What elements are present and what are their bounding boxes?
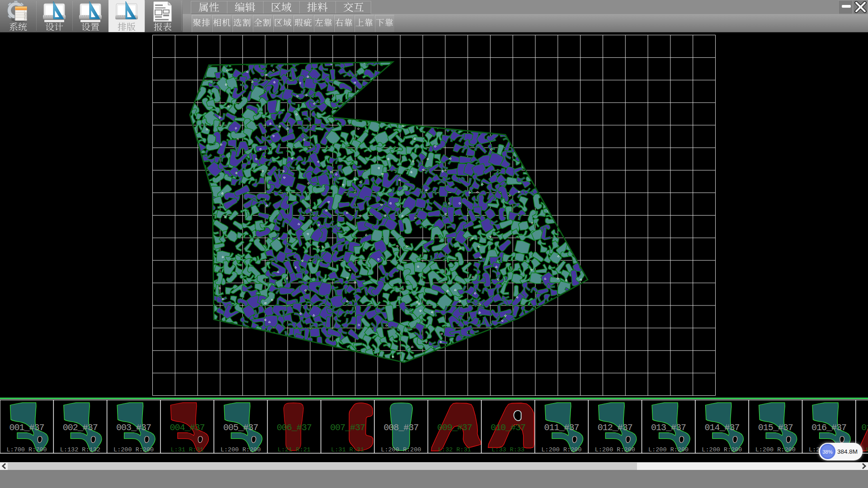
svg-text:L:200 R:200: L:200 R:200 [381, 446, 421, 453]
svg-text:017_#37: 017_#37 [861, 422, 868, 433]
svg-text:L:700 R:700: L:700 R:700 [6, 446, 47, 453]
svg-text:003_#37: 003_#37 [116, 422, 151, 433]
svg-text:013_#37: 013_#37 [651, 422, 686, 433]
svg-text:L:200 R:200: L:200 R:200 [113, 446, 154, 453]
svg-text:007_#37: 007_#37 [330, 422, 365, 433]
svg-text:L:200 R:200: L:200 R:200 [541, 446, 581, 453]
svg-text:L:200 R:200: L:200 R:200 [595, 446, 635, 453]
svg-text:006_#37: 006_#37 [277, 422, 311, 433]
svg-text:L:21 R:21: L:21 R:21 [278, 446, 311, 453]
svg-text:012_#37: 012_#37 [598, 422, 632, 433]
svg-text:L:31 R:31: L:31 R:31 [331, 446, 364, 453]
svg-text:011_#37: 011_#37 [544, 422, 579, 433]
svg-text:002_#37: 002_#37 [63, 422, 98, 433]
svg-text:005_#37: 005_#37 [223, 422, 258, 433]
svg-text:010_#37: 010_#37 [491, 422, 525, 433]
svg-text:008_#37: 008_#37 [384, 422, 419, 433]
svg-text:016_#37: 016_#37 [811, 422, 846, 433]
svg-text:001_#37: 001_#37 [9, 422, 44, 433]
svg-text:014_#37: 014_#37 [704, 422, 739, 433]
svg-text:L:33 R:33: L:33 R:33 [866, 446, 868, 453]
svg-text:L:200 R:200: L:200 R:200 [702, 446, 742, 453]
svg-text:015_#37: 015_#37 [758, 422, 793, 433]
svg-text:L:200 R:200: L:200 R:200 [221, 446, 261, 453]
svg-text:L:200 R:200: L:200 R:200 [755, 446, 796, 453]
svg-text:004_#37: 004_#37 [170, 422, 204, 433]
svg-text:009_#37: 009_#37 [437, 422, 472, 433]
svg-text:L:32 R:31: L:32 R:31 [438, 446, 471, 453]
svg-text:L:200 R:200: L:200 R:200 [648, 446, 689, 453]
svg-text:L:33 R:33: L:33 R:33 [491, 446, 524, 453]
svg-text:L:31 R:31: L:31 R:31 [170, 446, 203, 453]
svg-text:L:132 R:132: L:132 R:132 [60, 446, 100, 453]
